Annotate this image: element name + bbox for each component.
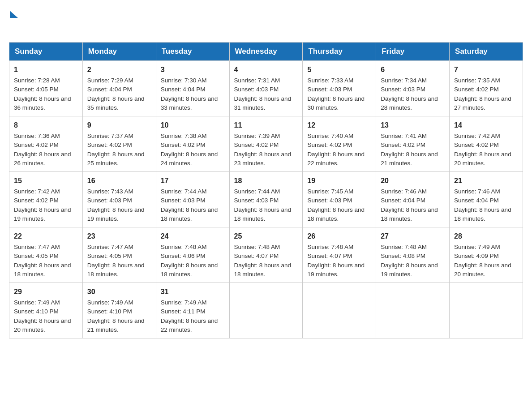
sunrise-text: Sunrise: 7:47 AM [87,244,133,250]
sunrise-text: Sunrise: 7:48 AM [381,244,427,250]
day-number: 2 [87,64,151,75]
daylight-text: Daylight: 8 hours and 26 minutes. [14,151,71,167]
sunset-text: Sunset: 4:05 PM [14,86,59,93]
day-number: 25 [234,231,298,242]
daylight-text: Daylight: 8 hours and 19 minutes. [381,262,438,278]
day-cell-17: 17Sunrise: 7:44 AMSunset: 4:03 PMDayligh… [156,172,229,227]
daylight-text: Daylight: 8 hours and 18 minutes. [454,206,511,222]
day-cell-26: 26Sunrise: 7:48 AMSunset: 4:07 PMDayligh… [303,227,376,283]
day-cell-29: 29Sunrise: 7:49 AMSunset: 4:10 PMDayligh… [9,283,83,338]
day-cell-16: 16Sunrise: 7:43 AMSunset: 4:03 PMDayligh… [82,172,156,227]
sunset-text: Sunset: 4:10 PM [87,308,132,315]
daylight-text: Daylight: 8 hours and 28 minutes. [381,95,438,111]
sunset-text: Sunset: 4:03 PM [307,197,352,204]
sunset-text: Sunset: 4:04 PM [161,86,206,93]
day-number: 16 [87,176,151,186]
day-number: 6 [381,64,445,75]
daylight-text: Daylight: 8 hours and 23 minutes. [234,151,292,167]
daylight-text: Daylight: 8 hours and 18 minutes. [161,206,218,222]
daylight-text: Daylight: 8 hours and 19 minutes. [14,206,71,222]
day-cell-2: 2Sunrise: 7:29 AMSunset: 4:04 PMDaylight… [82,61,156,116]
day-number: 30 [87,287,151,297]
day-number: 31 [161,287,225,297]
sunrise-text: Sunrise: 7:36 AM [14,133,60,139]
daylight-text: Daylight: 8 hours and 21 minutes. [87,317,145,333]
sunrise-text: Sunrise: 7:49 AM [14,299,60,306]
calendar-table: SundayMondayTuesdayWednesdayThursdayFrid… [9,42,523,338]
day-header-saturday: Saturday [450,43,523,61]
sunset-text: Sunset: 4:02 PM [14,197,59,204]
empty-cell [450,283,523,338]
sunrise-text: Sunrise: 7:38 AM [161,133,207,139]
day-cell-21: 21Sunrise: 7:46 AMSunset: 4:04 PMDayligh… [450,172,523,227]
sunset-text: Sunset: 4:02 PM [161,141,206,148]
week-row-5: 29Sunrise: 7:49 AMSunset: 4:10 PMDayligh… [9,283,523,338]
day-cell-3: 3Sunrise: 7:30 AMSunset: 4:04 PMDaylight… [156,61,229,116]
day-cell-18: 18Sunrise: 7:44 AMSunset: 4:03 PMDayligh… [229,172,303,227]
day-number: 17 [161,176,225,186]
sunset-text: Sunset: 4:09 PM [454,253,499,259]
day-cell-22: 22Sunrise: 7:47 AMSunset: 4:05 PMDayligh… [9,227,83,283]
sunset-text: Sunset: 4:03 PM [161,197,206,204]
sunset-text: Sunset: 4:06 PM [161,253,206,259]
day-number: 19 [307,176,371,186]
week-row-3: 15Sunrise: 7:42 AMSunset: 4:02 PMDayligh… [9,172,523,227]
day-number: 20 [381,176,445,186]
daylight-text: Daylight: 8 hours and 18 minutes. [14,262,71,278]
day-cell-4: 4Sunrise: 7:31 AMSunset: 4:03 PMDaylight… [229,61,303,116]
day-cell-14: 14Sunrise: 7:42 AMSunset: 4:02 PMDayligh… [450,116,523,172]
daylight-text: Daylight: 8 hours and 18 minutes. [381,206,438,222]
sunrise-text: Sunrise: 7:48 AM [234,244,280,250]
sunrise-text: Sunrise: 7:45 AM [307,188,353,195]
week-row-1: 1Sunrise: 7:28 AMSunset: 4:05 PMDaylight… [9,61,523,116]
sunset-text: Sunset: 4:02 PM [381,141,425,148]
day-number: 18 [234,176,298,186]
day-cell-8: 8Sunrise: 7:36 AMSunset: 4:02 PMDaylight… [9,116,83,172]
sunset-text: Sunset: 4:03 PM [234,86,279,93]
sunrise-text: Sunrise: 7:28 AM [14,77,60,84]
day-number: 7 [454,64,518,75]
day-number: 1 [14,64,78,75]
sunrise-text: Sunrise: 7:35 AM [454,77,500,84]
sunset-text: Sunset: 4:02 PM [454,86,499,93]
daylight-text: Daylight: 8 hours and 20 minutes. [454,151,511,167]
sunrise-text: Sunrise: 7:44 AM [234,188,280,195]
sunrise-text: Sunrise: 7:44 AM [161,188,207,195]
day-number: 14 [454,120,518,131]
daylight-text: Daylight: 8 hours and 22 minutes. [307,151,365,167]
daylight-text: Daylight: 8 hours and 31 minutes. [234,95,292,111]
empty-cell [229,283,303,338]
day-cell-12: 12Sunrise: 7:40 AMSunset: 4:02 PMDayligh… [303,116,376,172]
sunset-text: Sunset: 4:02 PM [307,141,352,148]
sunrise-text: Sunrise: 7:42 AM [454,133,500,139]
daylight-text: Daylight: 8 hours and 25 minutes. [87,151,145,167]
day-cell-25: 25Sunrise: 7:48 AMSunset: 4:07 PMDayligh… [229,227,303,283]
page-header [9,9,523,33]
day-number: 10 [161,120,225,131]
sunrise-text: Sunrise: 7:30 AM [161,77,207,84]
empty-cell [376,283,450,338]
day-number: 28 [454,231,518,242]
daylight-text: Daylight: 8 hours and 18 minutes. [234,206,292,222]
day-header-friday: Friday [376,43,450,61]
day-header-sunday: Sunday [9,43,83,61]
day-number: 29 [14,287,78,297]
sunrise-text: Sunrise: 7:39 AM [234,133,280,139]
day-cell-10: 10Sunrise: 7:38 AMSunset: 4:02 PMDayligh… [156,116,229,172]
day-number: 15 [14,176,78,186]
daylight-text: Daylight: 8 hours and 36 minutes. [14,95,71,111]
sunset-text: Sunset: 4:02 PM [234,141,279,148]
day-number: 8 [14,120,78,131]
sunset-text: Sunset: 4:05 PM [87,253,132,259]
day-header-monday: Monday [82,43,156,61]
daylight-text: Daylight: 8 hours and 22 minutes. [161,317,218,333]
sunrise-text: Sunrise: 7:37 AM [87,133,133,139]
day-cell-7: 7Sunrise: 7:35 AMSunset: 4:02 PMDaylight… [450,61,523,116]
daylight-text: Daylight: 8 hours and 30 minutes. [307,95,365,111]
day-number: 4 [234,64,298,75]
sunset-text: Sunset: 4:02 PM [454,141,499,148]
day-number: 26 [307,231,371,242]
day-number: 24 [161,231,225,242]
day-cell-5: 5Sunrise: 7:33 AMSunset: 4:03 PMDaylight… [303,61,376,116]
sunrise-text: Sunrise: 7:46 AM [454,188,500,195]
